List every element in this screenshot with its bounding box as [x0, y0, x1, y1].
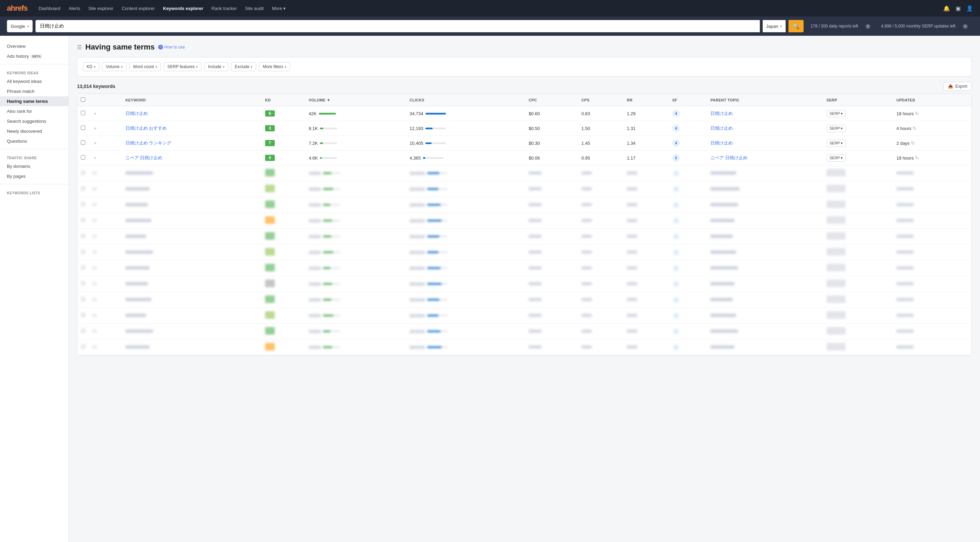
- refresh-icon-0[interactable]: ↻: [915, 111, 919, 116]
- blurred-parent-7: [707, 276, 823, 292]
- sidebar-item-by-pages[interactable]: By pages: [0, 171, 68, 181]
- filter-serp-features[interactable]: SERP features ▾: [164, 62, 202, 71]
- row-select-1[interactable]: [81, 126, 85, 130]
- row-select-2[interactable]: [81, 140, 85, 145]
- daily-info-icon[interactable]: ?: [865, 24, 870, 29]
- blurred-cps-0: [578, 166, 624, 181]
- row-keyword-2: 日焼け止め ランキング: [122, 136, 262, 151]
- export-label: Export: [955, 84, 967, 89]
- add-keyword-icon-1[interactable]: +: [92, 126, 98, 131]
- search-input[interactable]: [35, 20, 760, 32]
- parent-topic-link-2[interactable]: 日焼け止め: [710, 140, 733, 145]
- blurred-serp-4: [823, 229, 893, 244]
- blurred-parent-4: [707, 229, 823, 244]
- filter-include-label: Include: [208, 64, 221, 69]
- logo[interactable]: ahrefs: [7, 4, 27, 13]
- col-cps[interactable]: CPS: [578, 94, 624, 106]
- row-select-0[interactable]: [81, 111, 85, 115]
- blurred-serp-6: [823, 260, 893, 276]
- blurred-kd-8: [262, 292, 305, 308]
- col-rr[interactable]: RR: [624, 94, 669, 106]
- sidebar-item-phrase-match[interactable]: Phrase match: [0, 86, 68, 96]
- nav-dashboard[interactable]: Dashboard: [38, 6, 60, 11]
- parent-topic-link-3[interactable]: ニベア 日焼け止め: [710, 155, 748, 160]
- sf-badge-2: 4: [672, 139, 680, 147]
- nav-content-explorer[interactable]: Content explorer: [122, 6, 155, 11]
- blurred-parent-6: [707, 260, 823, 276]
- serp-button-2[interactable]: SERP ▾: [827, 140, 846, 147]
- blurred-sf-4: 4: [669, 229, 707, 244]
- filter-word-count[interactable]: Word count ▾: [129, 62, 161, 71]
- add-keyword-icon-2[interactable]: +: [92, 140, 98, 146]
- cps-value-0: 0.83: [581, 111, 590, 116]
- filter-exclude[interactable]: Exclude ▾: [231, 62, 256, 71]
- how-to-use-link[interactable]: ? How to use: [158, 45, 185, 49]
- keyword-link-3[interactable]: ニベア 日焼け止め: [126, 155, 163, 160]
- row-cps-2: 1.45: [578, 136, 624, 151]
- user-icon[interactable]: 👤: [966, 5, 973, 12]
- filter-include[interactable]: Include ▾: [204, 62, 228, 71]
- nav-site-explorer[interactable]: Site explorer: [88, 6, 113, 11]
- select-all-checkbox[interactable]: [81, 97, 85, 102]
- nav-site-audit[interactable]: Site audit: [245, 6, 264, 11]
- blurred-checkbox-7: [77, 276, 89, 292]
- nav-keywords-explorer[interactable]: Keywords explorer: [163, 6, 203, 11]
- by-pages-label: By pages: [7, 174, 25, 179]
- col-parent-topic[interactable]: Parent topic: [707, 94, 823, 106]
- parent-topic-link-0[interactable]: 日焼け止め: [710, 111, 733, 116]
- volume-bar-bg-0: [319, 113, 336, 115]
- sidebar-item-also-rank-for[interactable]: Also rank for: [0, 106, 68, 116]
- refresh-icon-1[interactable]: ↻: [913, 126, 917, 131]
- notification-icon[interactable]: 🔔: [943, 5, 950, 12]
- col-clicks[interactable]: Clicks: [406, 94, 525, 106]
- sidebar-item-questions[interactable]: Questions: [0, 136, 68, 146]
- add-keyword-icon-0[interactable]: +: [92, 111, 98, 116]
- col-keyword[interactable]: Keyword: [122, 94, 262, 106]
- nav-rank-tracker[interactable]: Rank tracker: [212, 6, 237, 11]
- sidebar-item-all-keyword-ideas[interactable]: All keyword ideas: [0, 77, 68, 86]
- layout-icon[interactable]: ▣: [956, 5, 961, 12]
- col-serp[interactable]: SERP: [823, 94, 893, 106]
- serp-button-1[interactable]: SERP ▾: [827, 125, 846, 132]
- filter-kd[interactable]: KD ▾: [83, 62, 99, 71]
- blurred-rr-3: [624, 213, 669, 229]
- sidebar-item-ads-history[interactable]: Ads history BETA: [0, 51, 68, 61]
- filter-volume-label: Volume: [106, 64, 120, 69]
- filter-volume[interactable]: Volume ▾: [102, 62, 127, 71]
- blurred-cpc-7: [525, 276, 578, 292]
- sidebar-item-overview[interactable]: Overview: [0, 41, 68, 51]
- table-row-blurred: 4: [77, 181, 971, 197]
- parent-topic-link-1[interactable]: 日焼け止め: [710, 126, 733, 131]
- export-button[interactable]: 📥 Export: [943, 82, 972, 91]
- blurred-add-2: [89, 197, 122, 213]
- nav-more[interactable]: More ▾: [272, 6, 286, 11]
- row-kd-0: 6: [262, 106, 305, 121]
- hamburger-icon[interactable]: ☰: [77, 44, 82, 51]
- col-kd[interactable]: KD: [262, 94, 305, 106]
- add-keyword-icon-3[interactable]: +: [92, 155, 98, 161]
- row-select-3[interactable]: [81, 155, 85, 159]
- keyword-link-0[interactable]: 日焼け止め: [126, 111, 148, 116]
- filter-more[interactable]: More filters ▾: [259, 62, 290, 71]
- col-cpc[interactable]: CPC: [525, 94, 578, 106]
- engine-select[interactable]: Google ▾: [7, 20, 33, 32]
- serp-button-3[interactable]: SERP ▾: [827, 155, 846, 162]
- sidebar-item-by-domains[interactable]: By domains: [0, 161, 68, 171]
- filter-more-label: More filters: [263, 64, 283, 69]
- sidebar-item-having-same-terms[interactable]: Having same terms: [0, 96, 68, 106]
- page-header: ☰ Having same terms ? How to use: [77, 43, 972, 52]
- col-sf[interactable]: SF: [669, 94, 707, 106]
- country-select[interactable]: Japan ▾: [763, 20, 786, 32]
- keyword-link-1[interactable]: 日焼け止め おすすめ: [126, 126, 167, 131]
- serp-button-0[interactable]: SERP ▾: [827, 110, 846, 117]
- col-volume[interactable]: Volume ▼: [305, 94, 406, 106]
- refresh-icon-2[interactable]: ↻: [911, 140, 915, 146]
- col-updated[interactable]: Updated: [893, 94, 971, 106]
- monthly-info-icon[interactable]: ?: [963, 24, 967, 29]
- sidebar-item-search-suggestions[interactable]: Search suggestions: [0, 116, 68, 126]
- sidebar-item-newly-discovered[interactable]: Newly discovered: [0, 126, 68, 136]
- nav-alerts[interactable]: Alerts: [69, 6, 80, 11]
- refresh-icon-3[interactable]: ↻: [915, 155, 919, 161]
- search-button[interactable]: 🔍: [789, 20, 803, 32]
- keyword-link-2[interactable]: 日焼け止め ランキング: [126, 140, 172, 145]
